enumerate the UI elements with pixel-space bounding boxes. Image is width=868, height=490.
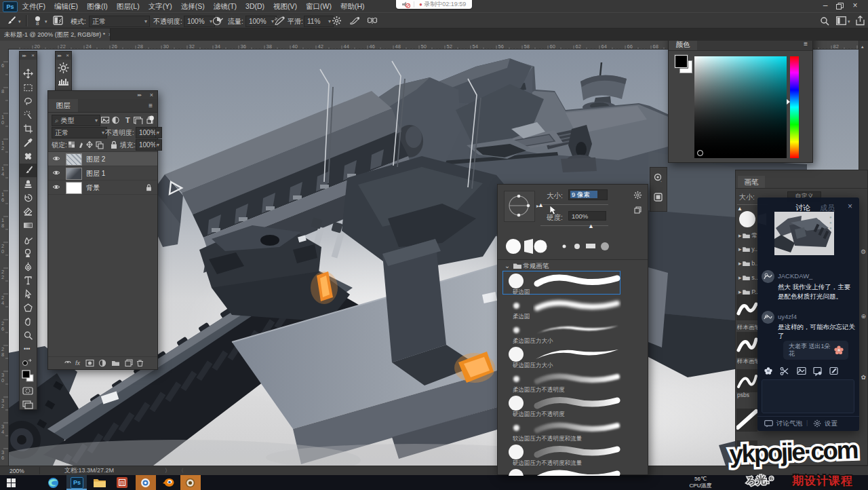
svg-text:2: 2 xyxy=(1,145,4,151)
svg-text:50: 50 xyxy=(421,43,427,50)
svg-text:52: 52 xyxy=(447,43,452,50)
svg-text:20: 20 xyxy=(35,43,40,50)
svg-text:2: 2 xyxy=(1,403,4,409)
svg-text:fx: fx xyxy=(75,360,81,366)
svg-text:36: 36 xyxy=(241,43,246,50)
svg-text:56: 56 xyxy=(498,43,504,50)
svg-text:46: 46 xyxy=(370,43,375,50)
svg-text:32: 32 xyxy=(189,43,195,50)
svg-text:30: 30 xyxy=(163,43,169,50)
svg-text:8: 8 xyxy=(1,223,4,229)
svg-text:62: 62 xyxy=(576,43,581,50)
svg-text:0: 0 xyxy=(1,377,4,383)
svg-text:8: 8 xyxy=(1,352,4,358)
svg-text:2: 2 xyxy=(1,274,4,280)
svg-text:44: 44 xyxy=(344,43,349,50)
svg-text:68: 68 xyxy=(653,43,658,50)
svg-text:40: 40 xyxy=(292,43,298,50)
svg-text:26: 26 xyxy=(112,43,117,50)
svg-text:34: 34 xyxy=(215,43,220,50)
svg-text:66: 66 xyxy=(627,43,633,50)
svg-text:6: 6 xyxy=(1,455,4,461)
svg-text:4: 4 xyxy=(1,171,4,177)
svg-text:54: 54 xyxy=(473,43,478,50)
svg-text:38: 38 xyxy=(267,43,272,50)
svg-text:0: 0 xyxy=(1,119,4,126)
svg-text:4: 4 xyxy=(1,300,4,306)
svg-text:64: 64 xyxy=(601,43,607,50)
svg-text:.: . xyxy=(660,178,662,183)
svg-text:0: 0 xyxy=(1,248,4,255)
svg-text:6: 6 xyxy=(1,197,4,203)
svg-text:58: 58 xyxy=(524,43,530,50)
svg-text:48: 48 xyxy=(395,43,401,50)
svg-text:6: 6 xyxy=(1,326,4,332)
svg-text:6: 6 xyxy=(1,62,4,69)
svg-text:82: 82 xyxy=(833,43,839,50)
svg-text:60: 60 xyxy=(550,43,555,50)
svg-text:T: T xyxy=(125,116,130,124)
svg-text:42: 42 xyxy=(318,43,323,50)
svg-text:4: 4 xyxy=(1,429,4,435)
svg-text:28: 28 xyxy=(138,43,143,50)
svg-text:•••: ••• xyxy=(24,345,30,352)
svg-text:24: 24 xyxy=(86,43,92,50)
svg-text:8: 8 xyxy=(1,88,4,94)
svg-text:22: 22 xyxy=(60,43,66,50)
